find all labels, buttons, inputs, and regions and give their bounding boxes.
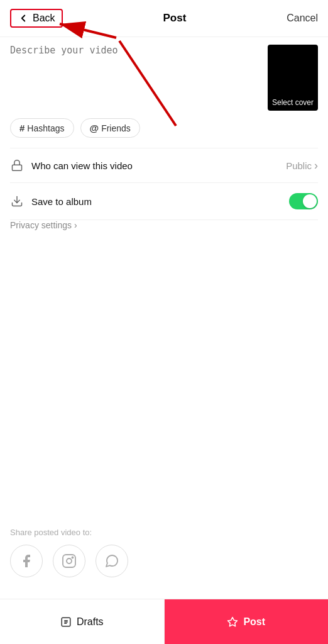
- post-button[interactable]: Post: [165, 599, 329, 644]
- svg-rect-3: [13, 165, 22, 170]
- whatsapp-share-button[interactable]: [96, 545, 128, 577]
- privacy-settings-link[interactable]: Privacy settings ›: [0, 220, 328, 243]
- who-can-view-label: Who can view this video: [31, 160, 133, 171]
- hashtags-label: Hashtags: [27, 123, 64, 133]
- share-label: Share posted video to:: [10, 528, 318, 537]
- whatsapp-icon: [104, 553, 119, 569]
- bottom-bar: Drafts Post: [0, 599, 328, 644]
- public-value: Public: [286, 160, 312, 171]
- post-spark-icon: [227, 616, 238, 628]
- share-section: Share posted video to:: [0, 528, 328, 587]
- hashtags-button[interactable]: # Hashtags: [10, 118, 74, 138]
- friends-label: Friends: [101, 123, 131, 133]
- settings-left-view: Who can view this video: [10, 158, 133, 172]
- svg-point-7: [72, 557, 74, 558]
- cancel-button[interactable]: Cancel: [287, 13, 318, 24]
- back-button[interactable]: Back: [10, 9, 63, 28]
- friends-button[interactable]: @ Friends: [80, 118, 140, 138]
- at-icon: @: [90, 123, 99, 133]
- svg-point-6: [67, 558, 72, 564]
- facebook-icon: [19, 553, 34, 569]
- share-icons-row: [10, 545, 318, 577]
- drafts-icon: [60, 616, 72, 628]
- page-title: Post: [163, 12, 186, 25]
- description-area: Select cover: [0, 37, 328, 118]
- privacy-chevron-icon: ›: [74, 220, 77, 230]
- drafts-button[interactable]: Drafts: [0, 599, 165, 644]
- back-label: Back: [33, 13, 55, 24]
- save-to-album-label: Save to album: [31, 196, 92, 207]
- drafts-label: Drafts: [77, 616, 104, 628]
- cover-thumbnail[interactable]: Select cover: [268, 45, 318, 111]
- description-input[interactable]: [10, 45, 260, 89]
- svg-rect-5: [63, 555, 75, 567]
- back-arrow-icon: [18, 13, 29, 24]
- select-cover-label: Select cover: [272, 98, 314, 107]
- description-input-wrapper: [10, 45, 260, 91]
- save-to-album-row: Save to album: [0, 183, 328, 219]
- header: Back Post Cancel: [0, 0, 328, 37]
- facebook-share-button[interactable]: [10, 545, 43, 577]
- tags-row: # Hashtags @ Friends: [0, 118, 328, 148]
- instagram-icon: [62, 553, 77, 569]
- save-to-album-toggle[interactable]: [289, 193, 318, 209]
- post-label: Post: [243, 616, 265, 628]
- hash-icon: #: [19, 123, 25, 133]
- toggle-thumb: [303, 194, 317, 208]
- svg-marker-12: [228, 617, 238, 626]
- download-icon: [10, 194, 24, 208]
- privacy-settings-label: Privacy settings: [10, 220, 72, 230]
- settings-left-album: Save to album: [10, 194, 92, 208]
- chevron-right-icon: ›: [314, 159, 318, 172]
- who-can-view-row[interactable]: Who can view this video Public ›: [0, 148, 328, 182]
- settings-right-view: Public ›: [286, 159, 318, 172]
- instagram-share-button[interactable]: [53, 545, 85, 577]
- lock-icon: [10, 158, 24, 172]
